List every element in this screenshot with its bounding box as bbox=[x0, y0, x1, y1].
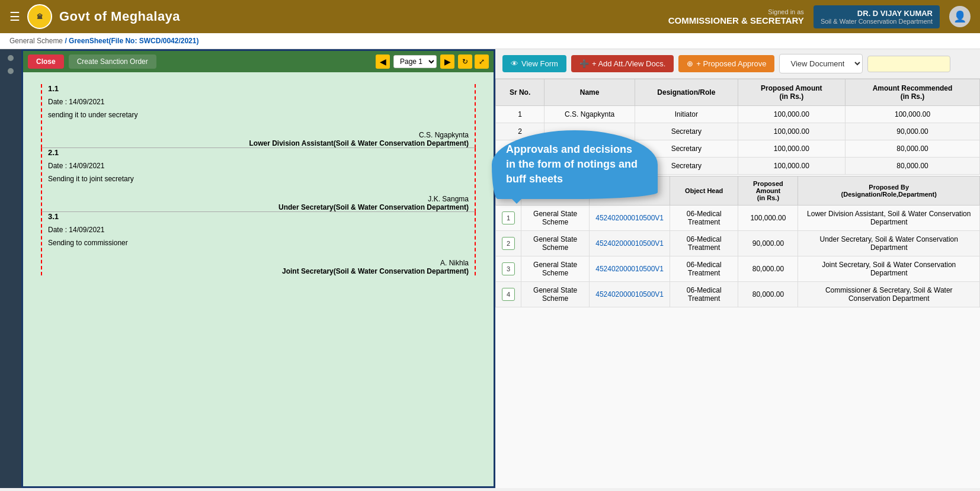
cell-recommended: 100,000.00 bbox=[846, 106, 980, 123]
cell-row-num: 2 bbox=[496, 231, 521, 256]
bottom-table-body: 1 General State Scheme 452402000010500V1… bbox=[496, 206, 980, 307]
cell-proposed: 100,000.00 bbox=[738, 123, 846, 140]
document-viewer: Close Create Sanction Order ◀ Page 1 ▶ ↻… bbox=[21, 49, 495, 488]
col-name: Name bbox=[545, 79, 635, 106]
cell-head-of-account: 452402000010500V1 bbox=[590, 282, 670, 307]
cell-proposed: 100,000.00 bbox=[738, 158, 846, 175]
cell-head-of-account: 452402000010500V1 bbox=[590, 256, 670, 282]
section-signature: J.K. Sangma Under Secretary(Soil & Water… bbox=[48, 195, 469, 211]
cell-recommended: 80,000.00 bbox=[846, 158, 980, 175]
cell-amount: 80,000.00 bbox=[738, 282, 798, 307]
cell-role: Secretary bbox=[635, 123, 738, 140]
search-input[interactable] bbox=[867, 56, 950, 72]
cell-object-head: 06-Medical Treatment bbox=[670, 206, 738, 231]
doc-section: 1.1 Date : 14/09/2021 sending it to unde… bbox=[41, 84, 476, 148]
page-select[interactable]: Page 1 bbox=[393, 55, 437, 68]
sig-name: C.S. Ngapkynta bbox=[48, 131, 469, 139]
cell-proposed: 100,000.00 bbox=[738, 106, 846, 123]
section-signature: A. Nikhla Joint Secretary(Soil & Water C… bbox=[48, 259, 469, 275]
eye-icon: 👁 bbox=[511, 59, 518, 68]
section-date: Date : 14/09/2021 bbox=[48, 98, 469, 106]
breadcrumb-current: GreenSheet(File No: SWCD/0042/2021) bbox=[69, 37, 198, 45]
signed-in-role: COMMISSIONER & SECRETARY bbox=[668, 15, 804, 25]
app-header: ☰ 🏛 Govt of Meghalaya Signed in as COMMI… bbox=[0, 0, 980, 33]
page-control: ◀ Page 1 ▶ ↻ ⤢ bbox=[376, 54, 489, 69]
sig-name: J.K. Sangma bbox=[48, 195, 469, 203]
view-document-select[interactable]: View Document bbox=[779, 54, 863, 73]
proposed-approve-label: + Proposed Approve bbox=[696, 59, 766, 68]
cell-account-for: General State Scheme bbox=[521, 282, 590, 307]
section-num: 1.1 bbox=[48, 84, 469, 93]
add-attachment-button[interactable]: ➕ + Add Att./View Docs. bbox=[571, 55, 674, 72]
doc-sections-container: 1.1 Date : 14/09/2021 sending it to unde… bbox=[47, 84, 470, 275]
avatar[interactable]: 👤 bbox=[949, 6, 971, 27]
cell-head-of-account: 452402000010500V1 bbox=[590, 231, 670, 256]
cell-object-head: 06-Medical Treatment bbox=[670, 282, 738, 307]
main-layout: Close Create Sanction Order ◀ Page 1 ▶ ↻… bbox=[0, 49, 980, 488]
sidebar-dot-1[interactable] bbox=[8, 55, 14, 61]
app-logo: 🏛 bbox=[27, 4, 52, 29]
fullscreen-icon[interactable]: ⤢ bbox=[475, 54, 489, 69]
signed-in-label: Signed in as bbox=[668, 8, 804, 15]
doc-content: 1.1 Date : 14/09/2021 sending it to unde… bbox=[23, 72, 494, 486]
proposed-approve-button[interactable]: ⊕ + Proposed Approve bbox=[678, 55, 774, 72]
create-sanction-button[interactable]: Create Sanction Order bbox=[69, 54, 156, 69]
cell-sr: 1 bbox=[496, 106, 545, 123]
cell-sr: 3 bbox=[496, 140, 545, 158]
cell-sr: 2 bbox=[496, 123, 545, 140]
breadcrumb-parent[interactable]: General Scheme bbox=[9, 37, 63, 45]
sig-role: Joint Secretary(Soil & Water Conservatio… bbox=[48, 267, 469, 275]
header-right: Signed in as COMMISSIONER & SECRETARY DR… bbox=[668, 5, 971, 28]
section-signature: C.S. Ngapkynta Lower Division Assistant(… bbox=[48, 131, 469, 147]
right-panel: 👁 View Form ➕ + Add Att./View Docs. ⊕ + … bbox=[495, 49, 980, 488]
view-form-button[interactable]: 👁 View Form bbox=[502, 55, 566, 72]
cell-proposed-by: Commissioner & Secretary, Soil & Water C… bbox=[798, 282, 980, 307]
app-title: Govt of Meghalaya bbox=[59, 9, 180, 24]
rotate-icon[interactable]: ↻ bbox=[458, 54, 472, 69]
user-dept: Soil & Water Conservation Department bbox=[821, 18, 933, 25]
cell-account-for: General State Scheme bbox=[521, 206, 590, 231]
cell-object-head: 06-Medical Treatment bbox=[670, 231, 738, 256]
cell-amount: 80,000.00 bbox=[738, 256, 798, 282]
plus-icon: ➕ bbox=[579, 59, 589, 68]
header-left: ☰ 🏛 Govt of Meghalaya bbox=[9, 4, 180, 29]
cell-amount: 90,000.00 bbox=[738, 231, 798, 256]
col-recommended: Amount Recommended(in Rs.) bbox=[846, 79, 980, 106]
cell-proposed: 100,000.00 bbox=[738, 140, 846, 158]
cell-head-of-account: 452402000010500V1 bbox=[590, 206, 670, 231]
sub-col-head-account: Head of Account bbox=[590, 176, 670, 206]
cell-role: Secretary bbox=[635, 158, 738, 175]
cell-recommended: 90,000.00 bbox=[846, 123, 980, 140]
list-item: 1 General State Scheme 452402000010500V1… bbox=[496, 206, 980, 231]
cell-sr: 4 bbox=[496, 158, 545, 175]
details-table: Account for Head of Account Object Head … bbox=[495, 176, 980, 307]
cell-recommended: 80,000.00 bbox=[846, 140, 980, 158]
cell-name: C.S. Ngapkynta bbox=[545, 106, 635, 123]
sub-col-num bbox=[496, 176, 521, 206]
sub-col-proposed-by: Proposed By(Designation/Role,Department) bbox=[798, 176, 980, 206]
table-row: 4 Secretary 100,000.00 80,000.00 bbox=[496, 158, 980, 175]
doc-section: 3.1 Date : 14/09/2021 Sending to commiss… bbox=[41, 212, 476, 275]
cell-proposed-by: Lower Division Assistant, Soil & Water C… bbox=[798, 206, 980, 231]
section-num: 3.1 bbox=[48, 212, 469, 221]
add-att-label: + Add Att./View Docs. bbox=[592, 59, 665, 68]
section-text: sending it to under secretary bbox=[48, 111, 469, 119]
data-table-wrapper: Sr No. Name Designation/Role Proposed Am… bbox=[495, 79, 980, 488]
hamburger-icon[interactable]: ☰ bbox=[9, 9, 20, 24]
table-row: 2 Secretary 100,000.00 90,000.00 bbox=[496, 123, 980, 140]
approvals-table: Sr No. Name Designation/Role Proposed Am… bbox=[495, 79, 980, 175]
cell-role: Secretary bbox=[635, 140, 738, 158]
sig-role: Under Secretary(Soil & Water Conservatio… bbox=[48, 203, 469, 211]
col-sr: Sr No. bbox=[496, 79, 545, 106]
list-item: 2 General State Scheme 452402000010500V1… bbox=[496, 231, 980, 256]
sidebar-dot-2[interactable] bbox=[8, 68, 14, 74]
breadcrumb: General Scheme / GreenSheet(File No: SWC… bbox=[0, 33, 980, 49]
page-prev-button[interactable]: ◀ bbox=[376, 54, 390, 69]
sig-name: A. Nikhla bbox=[48, 259, 469, 267]
page-next-button[interactable]: ▶ bbox=[440, 54, 454, 69]
cell-role: Initiator bbox=[635, 106, 738, 123]
cell-row-num: 4 bbox=[496, 282, 521, 307]
close-button[interactable]: Close bbox=[28, 54, 64, 69]
section-num: 2.1 bbox=[48, 148, 469, 157]
user-name: DR. D VIJAY KUMAR bbox=[821, 9, 933, 18]
